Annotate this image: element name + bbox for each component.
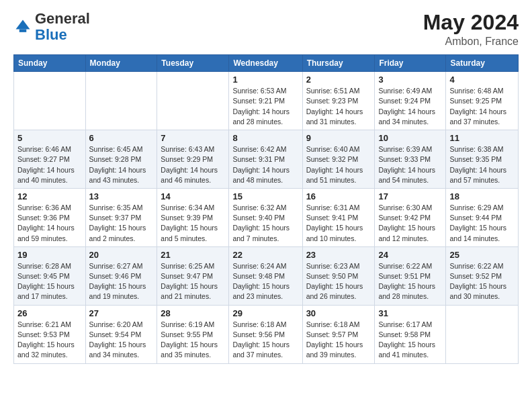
calendar-cell: 12Sunrise: 6:36 AMSunset: 9:36 PMDayligh… (14, 188, 86, 246)
location: Ambon, France (423, 36, 519, 48)
day-number: 28 (161, 308, 225, 318)
calendar-cell: 16Sunrise: 6:31 AMSunset: 9:41 PMDayligh… (302, 188, 375, 246)
calendar-cell: 22Sunrise: 6:24 AMSunset: 9:48 PMDayligh… (229, 246, 302, 305)
calendar-cell (85, 72, 157, 130)
day-info: Sunrise: 6:53 AMSunset: 9:21 PMDaylight:… (232, 86, 298, 127)
day-info: Sunrise: 6:19 AMSunset: 9:55 PMDaylight:… (161, 320, 225, 361)
day-info: Sunrise: 6:31 AMSunset: 9:41 PMDaylight:… (306, 203, 371, 244)
calendar-week-row: 19Sunrise: 6:28 AMSunset: 9:45 PMDayligh… (14, 246, 519, 305)
calendar-week-row: 12Sunrise: 6:36 AMSunset: 9:36 PMDayligh… (14, 188, 519, 246)
day-number: 4 (449, 75, 515, 85)
day-number: 12 (17, 191, 82, 201)
day-info: Sunrise: 6:40 AMSunset: 9:32 PMDaylight:… (306, 144, 371, 185)
calendar-cell: 1Sunrise: 6:53 AMSunset: 9:21 PMDaylight… (229, 72, 302, 130)
day-info: Sunrise: 6:23 AMSunset: 9:50 PMDaylight:… (306, 261, 371, 302)
day-number: 20 (89, 250, 154, 260)
header: General Blue May 2024 Ambon, France (13, 11, 519, 48)
calendar-cell: 23Sunrise: 6:23 AMSunset: 9:50 PMDayligh… (302, 246, 375, 305)
day-info: Sunrise: 6:38 AMSunset: 9:35 PMDaylight:… (449, 144, 515, 185)
day-info: Sunrise: 6:17 AMSunset: 9:58 PMDaylight:… (378, 320, 442, 361)
col-header-wednesday: Wednesday (229, 55, 302, 72)
col-header-saturday: Saturday (446, 55, 519, 72)
day-number: 18 (449, 191, 515, 201)
calendar-cell: 21Sunrise: 6:25 AMSunset: 9:47 PMDayligh… (157, 246, 229, 305)
month-year: May 2024 (423, 11, 519, 34)
calendar-week-row: 26Sunrise: 6:21 AMSunset: 9:53 PMDayligh… (14, 305, 519, 363)
calendar-week-row: 5Sunrise: 6:46 AMSunset: 9:27 PMDaylight… (14, 130, 519, 189)
day-number: 1 (232, 75, 298, 85)
logo-icon (13, 17, 32, 36)
day-number: 19 (17, 250, 82, 260)
day-number: 27 (89, 308, 154, 318)
day-number: 21 (161, 250, 225, 260)
day-info: Sunrise: 6:22 AMSunset: 9:51 PMDaylight:… (378, 261, 442, 302)
calendar-cell: 20Sunrise: 6:27 AMSunset: 9:46 PMDayligh… (85, 246, 157, 305)
day-info: Sunrise: 6:36 AMSunset: 9:36 PMDaylight:… (17, 203, 82, 244)
day-info: Sunrise: 6:27 AMSunset: 9:46 PMDaylight:… (89, 261, 154, 302)
day-number: 14 (161, 191, 225, 201)
col-header-friday: Friday (375, 55, 446, 72)
svg-marker-0 (16, 20, 30, 30)
calendar-cell: 28Sunrise: 6:19 AMSunset: 9:55 PMDayligh… (157, 305, 229, 363)
day-number: 11 (449, 133, 515, 143)
calendar-cell: 24Sunrise: 6:22 AMSunset: 9:51 PMDayligh… (375, 246, 446, 305)
logo-general-text: General (35, 10, 90, 27)
day-number: 10 (378, 133, 442, 143)
calendar-cell: 5Sunrise: 6:46 AMSunset: 9:27 PMDaylight… (14, 130, 86, 189)
calendar-cell: 18Sunrise: 6:29 AMSunset: 9:44 PMDayligh… (446, 188, 519, 246)
calendar-cell (14, 72, 86, 130)
logo: General Blue (13, 11, 90, 43)
calendar-cell: 10Sunrise: 6:39 AMSunset: 9:33 PMDayligh… (375, 130, 446, 189)
calendar-cell: 15Sunrise: 6:32 AMSunset: 9:40 PMDayligh… (229, 188, 302, 246)
col-header-tuesday: Tuesday (157, 55, 229, 72)
calendar-cell: 29Sunrise: 6:18 AMSunset: 9:56 PMDayligh… (229, 305, 302, 363)
day-info: Sunrise: 6:51 AMSunset: 9:23 PMDaylight:… (306, 86, 371, 127)
calendar-cell: 26Sunrise: 6:21 AMSunset: 9:53 PMDayligh… (14, 305, 86, 363)
calendar-cell: 2Sunrise: 6:51 AMSunset: 9:23 PMDaylight… (302, 72, 375, 130)
logo-blue-text: Blue (35, 26, 67, 43)
day-number: 15 (232, 191, 298, 201)
day-number: 25 (449, 250, 515, 260)
calendar-cell: 4Sunrise: 6:48 AMSunset: 9:25 PMDaylight… (446, 72, 519, 130)
day-number: 24 (378, 250, 442, 260)
calendar-table: SundayMondayTuesdayWednesdayThursdayFrid… (13, 54, 519, 363)
calendar-cell: 31Sunrise: 6:17 AMSunset: 9:58 PMDayligh… (375, 305, 446, 363)
day-number: 23 (306, 250, 371, 260)
day-info: Sunrise: 6:42 AMSunset: 9:31 PMDaylight:… (232, 144, 298, 185)
day-info: Sunrise: 6:24 AMSunset: 9:48 PMDaylight:… (232, 261, 298, 302)
day-info: Sunrise: 6:21 AMSunset: 9:53 PMDaylight:… (17, 320, 82, 361)
day-number: 16 (306, 191, 371, 201)
col-header-monday: Monday (85, 55, 157, 72)
day-info: Sunrise: 6:45 AMSunset: 9:28 PMDaylight:… (89, 144, 154, 185)
day-number: 31 (378, 308, 442, 318)
calendar-cell: 19Sunrise: 6:28 AMSunset: 9:45 PMDayligh… (14, 246, 86, 305)
calendar-cell: 17Sunrise: 6:30 AMSunset: 9:42 PMDayligh… (375, 188, 446, 246)
day-info: Sunrise: 6:49 AMSunset: 9:24 PMDaylight:… (378, 86, 442, 127)
day-number: 29 (232, 308, 298, 318)
calendar-cell: 7Sunrise: 6:43 AMSunset: 9:29 PMDaylight… (157, 130, 229, 189)
day-number: 5 (17, 133, 82, 143)
title-block: May 2024 Ambon, France (423, 11, 519, 48)
calendar-cell: 8Sunrise: 6:42 AMSunset: 9:31 PMDaylight… (229, 130, 302, 189)
day-info: Sunrise: 6:30 AMSunset: 9:42 PMDaylight:… (378, 203, 442, 244)
svg-rect-1 (19, 30, 27, 32)
col-header-sunday: Sunday (14, 55, 86, 72)
calendar-cell: 6Sunrise: 6:45 AMSunset: 9:28 PMDaylight… (85, 130, 157, 189)
day-info: Sunrise: 6:22 AMSunset: 9:52 PMDaylight:… (449, 261, 515, 302)
calendar-header-row: SundayMondayTuesdayWednesdayThursdayFrid… (14, 55, 519, 72)
day-info: Sunrise: 6:28 AMSunset: 9:45 PMDaylight:… (17, 261, 82, 302)
day-number: 8 (232, 133, 298, 143)
day-number: 6 (89, 133, 154, 143)
day-info: Sunrise: 6:32 AMSunset: 9:40 PMDaylight:… (232, 203, 298, 244)
calendar-cell: 27Sunrise: 6:20 AMSunset: 9:54 PMDayligh… (85, 305, 157, 363)
day-info: Sunrise: 6:34 AMSunset: 9:39 PMDaylight:… (161, 203, 225, 244)
calendar-cell (446, 305, 519, 363)
day-number: 7 (161, 133, 225, 143)
calendar-cell: 25Sunrise: 6:22 AMSunset: 9:52 PMDayligh… (446, 246, 519, 305)
day-number: 17 (378, 191, 442, 201)
day-number: 3 (378, 75, 442, 85)
calendar-cell (157, 72, 229, 130)
calendar-cell: 11Sunrise: 6:38 AMSunset: 9:35 PMDayligh… (446, 130, 519, 189)
day-number: 13 (89, 191, 154, 201)
day-info: Sunrise: 6:43 AMSunset: 9:29 PMDaylight:… (161, 144, 225, 185)
